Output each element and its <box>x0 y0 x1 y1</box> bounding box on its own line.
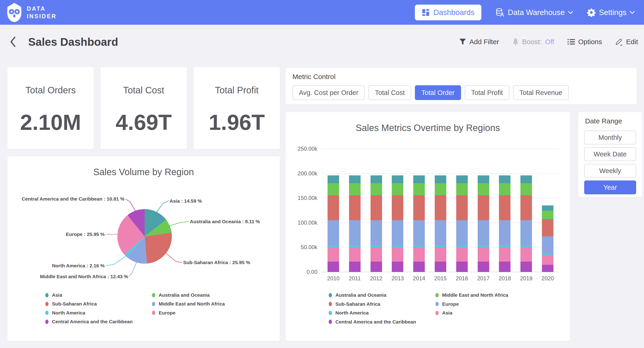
nav-item-settings[interactable]: Settings <box>587 8 635 17</box>
bar-segment-north-america-2016[interactable] <box>456 245 468 247</box>
bar-segment-australia-and-oceania-2017[interactable] <box>478 175 489 183</box>
legend-item-sub-saharan-africa[interactable]: Sub-Saharan Africa <box>45 301 97 307</box>
bar-segment-north-america-2014[interactable] <box>413 245 425 247</box>
bar-segment-australia-and-oceania-2010[interactable] <box>328 175 339 183</box>
bar-segment-sub-saharan-africa-2019[interactable] <box>520 195 532 220</box>
metric-option-total-cost[interactable]: Total Cost <box>368 85 411 100</box>
bar-segment-middle-east-and-north-africa-2017[interactable] <box>478 183 489 195</box>
legend-item-north-america[interactable]: North America <box>45 310 85 316</box>
bar-segment-middle-east-and-north-africa-2020[interactable] <box>542 211 554 219</box>
bar-segment-europe-2019[interactable] <box>520 220 532 245</box>
edit-button[interactable]: Edit <box>615 38 638 46</box>
bar-segment-middle-east-and-north-africa-2015[interactable] <box>435 183 446 195</box>
bar-segment-central-america-and-the-caribbean-2019[interactable] <box>520 262 532 272</box>
legend-item-sub-saharan-africa[interactable]: Sub-Saharan Africa <box>329 301 380 307</box>
bar-segment-sub-saharan-africa-2012[interactable] <box>370 195 382 220</box>
bar-segment-middle-east-and-north-africa-2011[interactable] <box>349 183 360 195</box>
legend-item-north-america[interactable]: North America <box>329 310 369 316</box>
bar-segment-north-america-2018[interactable] <box>499 245 510 247</box>
bar-segment-australia-and-oceania-2019[interactable] <box>520 175 532 183</box>
nav-item-dashboards[interactable]: Dashboards <box>415 5 482 20</box>
bar-segment-europe-2011[interactable] <box>349 220 360 245</box>
bar-segment-middle-east-and-north-africa-2018[interactable] <box>499 183 510 195</box>
brand[interactable]: DATA INSIDER <box>6 2 56 23</box>
add-filter-button[interactable]: Add Filter <box>459 38 499 46</box>
bar-segment-asia-2013[interactable] <box>392 247 403 262</box>
bar-segment-north-america-2011[interactable] <box>349 245 360 247</box>
bar-segment-europe-2010[interactable] <box>328 220 339 245</box>
bar-segment-middle-east-and-north-africa-2013[interactable] <box>392 183 403 195</box>
legend-item-europe[interactable]: Europe <box>436 301 459 307</box>
bar-segment-sub-saharan-africa-2017[interactable] <box>478 195 489 220</box>
bar-segment-europe-2013[interactable] <box>392 220 403 245</box>
metric-option-avg-cost-per-order[interactable]: Avg. Cost per Order <box>292 85 365 100</box>
legend-item-central-america-and-the-caribbean[interactable]: Central America and the Caribbean <box>45 319 132 324</box>
legend-item-asia[interactable]: Asia <box>436 310 452 316</box>
bar-segment-north-america-2010[interactable] <box>328 245 339 247</box>
legend-item-asia[interactable]: Asia <box>45 292 62 298</box>
bar-segment-sub-saharan-africa-2013[interactable] <box>392 195 403 220</box>
bar-segment-central-america-and-the-caribbean-2013[interactable] <box>392 262 403 272</box>
legend-item-middle-east-and-north-africa[interactable]: Middle East and North Africa <box>152 301 225 307</box>
bar-segment-central-america-and-the-caribbean-2011[interactable] <box>349 262 360 272</box>
back-button[interactable] <box>10 37 16 47</box>
bar-segment-asia-2017[interactable] <box>478 247 489 262</box>
bar-segment-australia-and-oceania-2018[interactable] <box>499 175 510 183</box>
legend-item-middle-east-and-north-africa[interactable]: Middle East and North Africa <box>436 292 508 298</box>
boost-toggle[interactable]: Boost: Off <box>512 38 554 46</box>
bar-segment-middle-east-and-north-africa-2016[interactable] <box>456 183 468 195</box>
metric-option-total-profit[interactable]: Total Profit <box>465 85 509 100</box>
bar-segment-central-america-and-the-caribbean-2018[interactable] <box>499 262 510 272</box>
bar-segment-asia-2016[interactable] <box>456 247 468 262</box>
options-button[interactable]: Options <box>568 38 602 46</box>
bar-segment-sub-saharan-africa-2016[interactable] <box>456 195 468 220</box>
bar-segment-north-america-2017[interactable] <box>478 245 489 247</box>
bar-segment-europe-2020[interactable] <box>542 236 554 254</box>
date-range-option-monthly[interactable]: Monthly <box>584 131 636 144</box>
bar-segment-north-america-2012[interactable] <box>370 245 382 247</box>
bar-segment-australia-and-oceania-2014[interactable] <box>413 175 425 183</box>
bar-segment-asia-2015[interactable] <box>435 247 446 262</box>
bar-segment-central-america-and-the-caribbean-2012[interactable] <box>370 262 382 272</box>
bar-segment-europe-2012[interactable] <box>370 220 382 245</box>
bar-segment-north-america-2019[interactable] <box>520 245 532 247</box>
bar-segment-asia-2020[interactable] <box>542 255 554 265</box>
bar-segment-europe-2018[interactable] <box>499 220 510 245</box>
bar-segment-north-america-2020[interactable] <box>542 254 554 255</box>
bar-segment-sub-saharan-africa-2018[interactable] <box>499 195 510 220</box>
bar-segment-north-america-2013[interactable] <box>392 245 403 247</box>
metric-option-total-order[interactable]: Total Order <box>415 85 461 100</box>
date-range-option-week-date[interactable]: Week Date <box>584 147 636 161</box>
bar-segment-north-america-2015[interactable] <box>435 245 446 247</box>
bar-segment-middle-east-and-north-africa-2014[interactable] <box>413 183 425 195</box>
bar-segment-europe-2017[interactable] <box>478 220 489 245</box>
bar-segment-australia-and-oceania-2011[interactable] <box>349 175 360 183</box>
pie-slice-sub-saharan-africa[interactable] <box>144 232 172 264</box>
bar-segment-asia-2018[interactable] <box>499 247 510 262</box>
bar-segment-central-america-and-the-caribbean-2017[interactable] <box>478 262 489 272</box>
bar-segment-europe-2014[interactable] <box>413 220 425 245</box>
bar-segment-asia-2012[interactable] <box>370 247 382 262</box>
bar-segment-central-america-and-the-caribbean-2015[interactable] <box>435 262 446 272</box>
bar-segment-asia-2014[interactable] <box>413 247 425 262</box>
bar-segment-asia-2010[interactable] <box>328 247 339 262</box>
bar-segment-europe-2016[interactable] <box>456 220 468 245</box>
bar-segment-middle-east-and-north-africa-2019[interactable] <box>520 183 532 195</box>
bar-segment-sub-saharan-africa-2014[interactable] <box>413 195 425 220</box>
legend-item-europe[interactable]: Europe <box>152 310 175 316</box>
bar-segment-middle-east-and-north-africa-2012[interactable] <box>370 183 382 195</box>
legend-item-australia-and-oceania[interactable]: Australia and Oceania <box>329 292 386 298</box>
bar-segment-australia-and-oceania-2020[interactable] <box>542 205 554 211</box>
bar-segment-europe-2015[interactable] <box>435 220 446 245</box>
nav-item-data-warehouse[interactable]: Data Warehouse <box>495 8 573 17</box>
bar-segment-central-america-and-the-caribbean-2014[interactable] <box>413 262 425 272</box>
bar-segment-sub-saharan-africa-2010[interactable] <box>328 195 339 220</box>
legend-item-central-america-and-the-caribbean[interactable]: Central America and the Caribbean <box>329 319 416 325</box>
legend-item-australia-and-oceania[interactable]: Australia and Oceania <box>152 292 210 298</box>
date-range-option-year[interactable]: Year <box>584 180 636 194</box>
date-range-option-weekly[interactable]: Weekly <box>584 164 636 178</box>
bar-segment-australia-and-oceania-2016[interactable] <box>456 175 468 183</box>
bar-segment-asia-2011[interactable] <box>349 247 360 262</box>
bar-segment-australia-and-oceania-2013[interactable] <box>392 175 403 183</box>
bar-segment-middle-east-and-north-africa-2010[interactable] <box>328 183 339 195</box>
